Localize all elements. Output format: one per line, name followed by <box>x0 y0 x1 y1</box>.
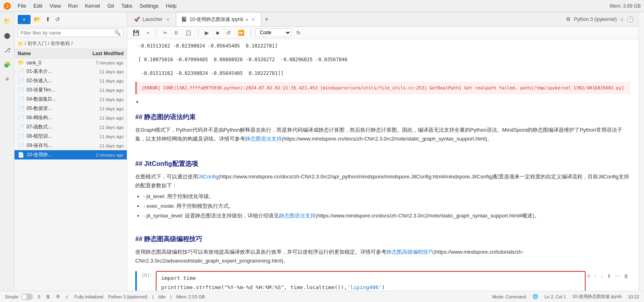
files-icon[interactable]: 📁 <box>2 15 13 27</box>
initialized-text: Fully initialized <box>74 294 103 299</box>
kernel-status-icon: ○ <box>620 16 623 23</box>
restart-button[interactable]: ↺ <box>224 29 233 37</box>
stop-button[interactable]: ■ <box>214 29 222 37</box>
link-syntax-support-1[interactable]: 静态图语法支持 <box>245 136 282 142</box>
tab-label: Launcher <box>142 17 163 22</box>
save-button[interactable]: 💾 <box>130 29 142 37</box>
list-item[interactable]: 📄 08-模型训... 11 days ago <box>14 132 127 141</box>
list-item[interactable]: 📄 10-使用静... 2 minutes ago <box>14 150 127 159</box>
tab-close-launcher[interactable]: ✕ <box>165 17 171 22</box>
menu-file[interactable]: File <box>14 2 29 10</box>
fast-forward-button[interactable]: ⏩ <box>235 29 247 37</box>
link-jitconfig[interactable]: JitConfig <box>198 174 219 180</box>
initialized-icon: ✓ <box>65 294 70 300</box>
breadcrumb-text: / 初学入门 / 初学教程 / <box>25 40 72 47</box>
list-item[interactable]: 📄 05-数据变... 11 days ago <box>14 104 127 113</box>
new-button[interactable]: + <box>18 15 31 24</box>
delete-cell-button[interactable]: 🗑 <box>622 273 630 280</box>
simple-mode-toggle[interactable]: Simple <box>5 294 33 300</box>
upload-button[interactable]: ⬆ <box>44 14 52 24</box>
extensions-icon[interactable]: 🧩 <box>2 59 13 70</box>
toolbar-sep-1 <box>156 29 157 37</box>
refresh-button[interactable]: ↻ <box>294 29 303 37</box>
code-string: 'liping406' <box>347 284 382 290</box>
section-heading-1: ## 静态图的语法约束 <box>135 112 630 122</box>
running-icon[interactable]: ⬤ <box>2 30 13 41</box>
move-down-button[interactable]: ↓ <box>599 273 605 280</box>
search-input[interactable] <box>21 30 114 36</box>
refresh-button[interactable]: ↺ <box>54 14 62 24</box>
kernel-name: Python 3 (ipykernel) <box>574 17 617 22</box>
menu-tabs[interactable]: Tabs <box>118 2 135 10</box>
notebook-content: -0.01513162 -0.02398024 -0.05645405 0.10… <box>127 39 638 291</box>
more-options-button[interactable]: ⋯ <box>613 273 621 280</box>
code-input[interactable]: import time print(time.strftime("%Y-%m-%… <box>156 271 586 291</box>
file-modified: 11 days ago <box>83 143 124 148</box>
status-left: Simple 0 S ⚙ ✓ Fully initialized Python … <box>5 294 205 300</box>
memory-status: Mem: 2.53 GB <box>176 294 205 299</box>
file-name: 09-保存与... <box>27 142 83 149</box>
app: J File Edit View Run Kernel Git Tabs Set… <box>0 0 644 302</box>
tab-launcher[interactable]: 🚀 Launcher ✕ <box>129 12 176 26</box>
add-cell-button[interactable]: + <box>144 29 152 37</box>
list-item[interactable]: 📄 04-数据集D... 11 days ago <box>14 95 127 104</box>
notebook-filename-status: 10-使用静态图加速.ipynb <box>572 294 621 300</box>
list-item[interactable]: 📄 03-张量Ten... 11 days ago <box>14 85 127 95</box>
file-modified: 2 minutes ago <box>83 153 124 157</box>
link-syntax-support-2[interactable]: 静态图语法支持 <box>279 213 316 219</box>
pipe-sep-1: | <box>152 294 153 299</box>
move-up-button[interactable]: ↑ <box>592 273 598 280</box>
menu-help[interactable]: Help <box>163 2 180 10</box>
breadcrumb: 📁 / 初学入门 / 初学教程 / <box>14 39 127 49</box>
list-item[interactable]: 📄 01-基本介... 11 days ago <box>14 67 127 76</box>
menu-run[interactable]: Run <box>65 2 81 10</box>
list-item[interactable]: 📄 06-网络构... 11 days ago <box>14 113 127 122</box>
markdown-cell-1: ▼ ## 静态图的语法约束 在Graph模式下，Python代码并不是由Pyth… <box>135 96 630 149</box>
pipe-sep-2: | <box>170 294 171 299</box>
cut-button[interactable]: ✂ <box>161 29 170 37</box>
menu-settings[interactable]: Settings <box>136 2 162 10</box>
section-toggle-1[interactable]: ▼ <box>135 99 630 105</box>
cell-actions: ⎘ ↑ ↓ ⬆ ⋯ 🗑 <box>586 271 630 280</box>
launcher-icon: 🚀 <box>134 17 140 22</box>
output-text-2: [ 0.10075016 -0.07099485 0.00888926 -0.0… <box>135 53 630 66</box>
gear-icon[interactable]: ⚙ <box>566 16 571 22</box>
list-item[interactable]: 📄 02-快速入... 11 days ago <box>14 76 127 85</box>
copy-cell-button[interactable]: ⎘ <box>586 273 592 280</box>
file-list: 📁 rank_0 7 minutes ago 📄 01-基本介... 11 da… <box>14 58 127 291</box>
tab-close-notebook[interactable]: ✕ <box>250 17 256 22</box>
menubar: J File Edit View Run Kernel Git Tabs Set… <box>0 0 644 12</box>
toolbar-sep-3 <box>251 29 251 37</box>
list-item: - jit_syntax_level: 设置静态图语法支持级别，详细介绍请见静态… <box>143 212 630 220</box>
cell-type-select[interactable]: Code Markdown Raw <box>255 28 291 37</box>
app-logo: J <box>3 2 11 10</box>
menu-git[interactable]: Git <box>104 2 118 10</box>
list-item[interactable]: 📁 rank_0 7 minutes ago <box>14 58 127 67</box>
new-tab-button[interactable]: + <box>261 16 271 23</box>
paste-button[interactable]: 📋 <box>183 29 194 37</box>
simple-mode-label: Simple <box>5 294 19 299</box>
menu-kernel[interactable]: Kernel <box>82 2 103 10</box>
content-area: 📁 ⬤ ⎇ 🧩 ≡ + 📂 ⬆ ↺ 🔍 📁 / 初学入门 / 初学教程 <box>0 12 644 291</box>
tab-notebook[interactable]: 📓 10-使用静态图加速.ipynb ● ✕ <box>176 12 261 26</box>
code-cell-8: [8]: import time print(time.strftime("%Y… <box>135 271 630 291</box>
status-right: Mode: Command 🌐 Ln 2, Col 1 10-使用静态图加速.i… <box>492 294 639 300</box>
open-folder-button[interactable]: 📂 <box>32 14 42 24</box>
list-item[interactable]: 📄 09-保存与... 11 days ago <box>14 141 127 150</box>
share-button[interactable]: ⬆ <box>605 273 613 280</box>
run-button[interactable]: ▶ <box>202 29 211 37</box>
toggle-track[interactable] <box>21 294 33 300</box>
zero-count: 0 <box>38 294 40 299</box>
link-advanced-programming[interactable]: 静态图高级编程技巧 <box>386 249 433 255</box>
copy-button[interactable]: ⎘ <box>172 29 180 37</box>
mode-indicator: Mode: Command <box>492 294 526 299</box>
menu-view[interactable]: View <box>46 2 64 10</box>
file-name: 08-模型训... <box>27 133 83 140</box>
settings-status-icon[interactable]: ⚙ <box>56 294 60 299</box>
toolbar-sep-2 <box>198 29 198 37</box>
menu-edit[interactable]: Edit <box>30 2 45 10</box>
git-icon[interactable]: ⎇ <box>2 44 13 56</box>
notebook-icon: 📄 <box>18 78 24 84</box>
table-icon[interactable]: ≡ <box>2 73 13 85</box>
list-item[interactable]: 📄 07-函数式... 11 days ago <box>14 122 127 132</box>
